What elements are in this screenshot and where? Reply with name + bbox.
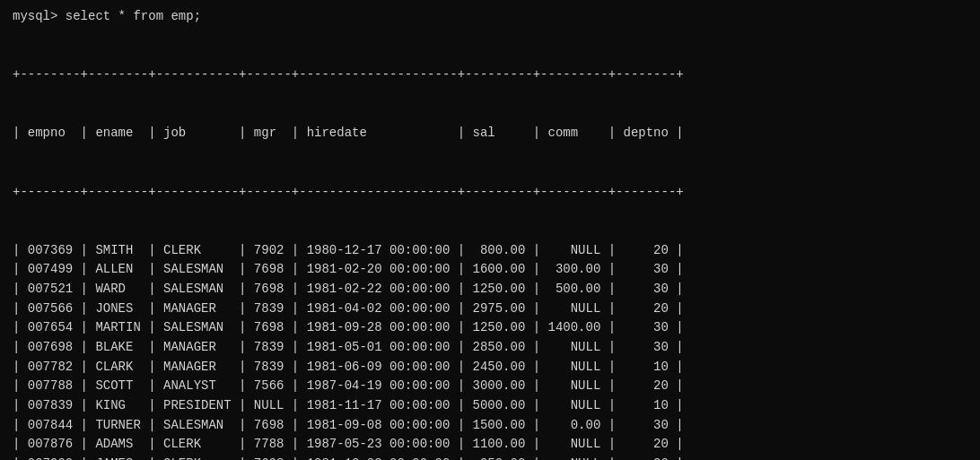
command-line: mysql> select * from emp; xyxy=(13,9,967,23)
table-row: | 007839 | KING | PRESIDENT | NULL | 198… xyxy=(13,396,967,416)
table-row: | 007788 | SCOTT | ANALYST | 7566 | 1987… xyxy=(13,377,967,396)
table-row: | 007654 | MARTIN | SALESMAN | 7698 | 19… xyxy=(13,318,967,338)
table-body: | 007369 | SMITH | CLERK | 7902 | 1980-1… xyxy=(13,241,967,460)
table-row: | 007369 | SMITH | CLERK | 7902 | 1980-1… xyxy=(13,241,967,261)
table-row: | 007782 | CLARK | MANAGER | 7839 | 1981… xyxy=(13,358,967,378)
table-header: | empno | ename | job | mgr | hiredate |… xyxy=(13,124,967,143)
table-row: | 007844 | TURNER | SALESMAN | 7698 | 19… xyxy=(13,416,967,436)
table-row: | 007499 | ALLEN | SALESMAN | 7698 | 198… xyxy=(13,260,967,280)
table-row: | 007900 | JAMES | CLERK | 7698 | 1981-1… xyxy=(13,455,967,460)
table-row: | 007521 | WARD | SALESMAN | 7698 | 1981… xyxy=(13,280,967,299)
top-separator: +--------+--------+-----------+------+--… xyxy=(13,65,967,85)
table-row: | 007566 | JONES | MANAGER | 7839 | 1981… xyxy=(13,299,967,319)
table-row: | 007698 | BLAKE | MANAGER | 7839 | 1981… xyxy=(13,338,967,358)
header-separator: +--------+--------+-----------+------+--… xyxy=(13,183,967,203)
table-container: +--------+--------+-----------+------+--… xyxy=(13,27,967,460)
table-row: | 007876 | ADAMS | CLERK | 7788 | 1987-0… xyxy=(13,435,967,455)
